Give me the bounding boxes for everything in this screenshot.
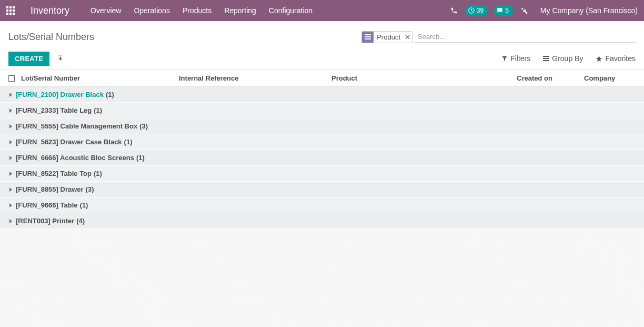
page-title: Lots/Serial Numbers: [8, 32, 94, 43]
favorites-button[interactable]: Favorites: [596, 54, 636, 63]
tools-icon[interactable]: [516, 0, 533, 21]
export-button[interactable]: [57, 54, 64, 63]
group-count: (1): [94, 170, 102, 177]
caret-icon: [9, 108, 12, 113]
group-row[interactable]: [FURN_5555] Cable Management Box(3): [0, 118, 644, 134]
col-company[interactable]: Company: [552, 74, 640, 82]
brand[interactable]: Inventory: [31, 5, 69, 16]
group-count: (1): [136, 154, 145, 162]
group-count: (1): [106, 91, 114, 98]
create-button[interactable]: CREATE: [8, 52, 49, 66]
filters-label: Filters: [510, 54, 530, 63]
caret-icon: [9, 140, 12, 144]
group-name: [FURN_2333] Table Leg: [16, 106, 92, 114]
groupby-icon: [362, 32, 374, 43]
svg-rect-4: [543, 56, 549, 57]
col-lot[interactable]: Lot/Serial Number: [21, 74, 179, 82]
select-all-checkbox[interactable]: [8, 75, 15, 82]
col-created[interactable]: Created on: [484, 74, 552, 82]
group-row[interactable]: [FURN_9666] Table(1): [0, 197, 644, 213]
groupby-label: Group By: [552, 54, 583, 63]
group-name: [FURN_5623] Drawer Case Black: [16, 138, 122, 146]
caret-icon: [9, 219, 12, 223]
apps-grid-icon: [6, 6, 15, 15]
group-row[interactable]: [FURN_5623] Drawer Case Black(1): [0, 134, 644, 150]
group-row[interactable]: [FURN_8522] Table Top(1): [0, 166, 644, 182]
svg-rect-6: [543, 60, 549, 61]
caret-icon: [9, 124, 12, 128]
group-name: [FURN_8522] Table Top: [16, 170, 92, 177]
nav-reporting[interactable]: Reporting: [218, 0, 263, 21]
group-count: (4): [76, 217, 85, 225]
table-header: Lot/Serial Number Internal Reference Pro…: [0, 70, 644, 87]
phone-icon[interactable]: [446, 0, 462, 21]
svg-rect-3: [365, 38, 371, 39]
group-row[interactable]: [FURN_6666] Acoustic Bloc Screens(1): [0, 150, 644, 166]
group-name: [FURN_2100] Drawer Black: [16, 91, 104, 98]
group-count: (3): [86, 185, 94, 193]
group-name: [FURN_9666] Table: [16, 201, 78, 209]
group-name: [FURN_6666] Acoustic Bloc Screens: [16, 154, 134, 162]
activity-count: 39: [477, 7, 484, 14]
caret-icon: [9, 172, 12, 176]
group-row[interactable]: [FURN_2100] Drawer Black(1): [0, 87, 644, 103]
messages-badge[interactable]: 5: [494, 5, 513, 16]
caret-icon: [9, 156, 12, 160]
group-name: [FURN_5555] Cable Management Box: [16, 122, 137, 130]
nav-configuration[interactable]: Configuration: [263, 0, 319, 21]
company-selector[interactable]: My Company (San Francisco): [540, 6, 638, 15]
group-count: (1): [124, 138, 133, 146]
apps-icon[interactable]: [0, 0, 21, 21]
list-icon: [543, 56, 549, 61]
nav-products[interactable]: Products: [176, 0, 218, 21]
filters-button[interactable]: Filters: [501, 54, 530, 63]
search-input[interactable]: [415, 31, 636, 43]
col-product[interactable]: Product: [331, 74, 484, 82]
group-count: (3): [139, 122, 148, 130]
activity-badge[interactable]: 39: [466, 5, 488, 16]
svg-rect-5: [543, 58, 549, 59]
caret-icon: [9, 187, 12, 192]
col-ref[interactable]: Internal Reference: [179, 74, 331, 82]
svg-rect-1: [365, 34, 371, 35]
facet-remove[interactable]: [402, 32, 412, 43]
group-count: (1): [80, 201, 88, 209]
group-row[interactable]: [FURN_8855] Drawer(3): [0, 182, 644, 197]
funnel-icon: [501, 55, 508, 62]
nav-overview[interactable]: Overview: [84, 0, 127, 21]
group-name: [FURN_8855] Drawer: [16, 185, 84, 193]
caret-icon: [9, 93, 12, 97]
group-row[interactable]: [RENT003] Printer(4): [0, 213, 644, 229]
groupby-button[interactable]: Group By: [543, 54, 583, 63]
nav-menu: Overview Operations Products Reporting C…: [84, 0, 319, 21]
group-count: (1): [94, 106, 102, 114]
group-name: [RENT003] Printer: [16, 217, 74, 225]
favorites-label: Favorites: [605, 54, 636, 63]
facet-label: Product: [374, 32, 402, 43]
messages-count: 5: [505, 7, 509, 14]
star-icon: [596, 55, 602, 62]
caret-icon: [9, 203, 12, 207]
search-facet-product[interactable]: Product: [361, 31, 412, 43]
group-row[interactable]: [FURN_2333] Table Leg(1): [0, 103, 644, 118]
svg-rect-2: [365, 36, 371, 37]
nav-operations[interactable]: Operations: [127, 0, 176, 21]
